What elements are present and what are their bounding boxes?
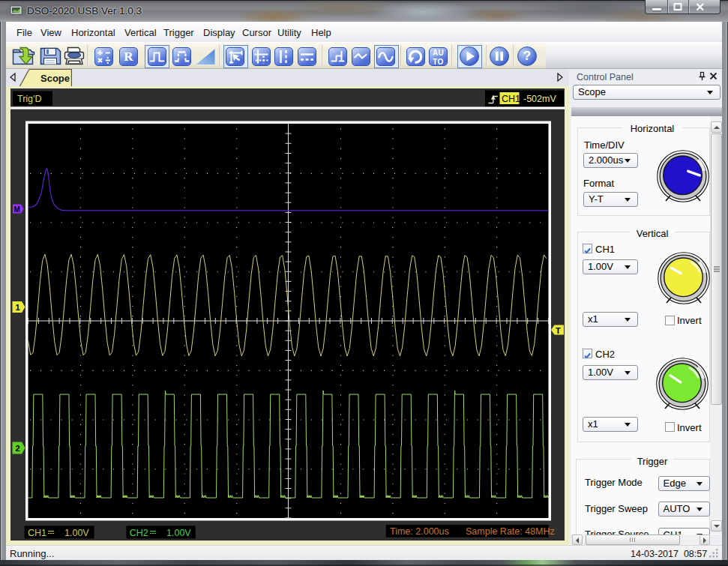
svg-text:CH1: CH1 (28, 528, 46, 538)
svg-text:Trig'D: Trig'D (17, 94, 41, 104)
svg-text:1: 1 (16, 303, 20, 312)
svg-text:1.00V: 1.00V (166, 528, 191, 538)
svg-text:2: 2 (16, 444, 20, 453)
svg-text:Time: 2.000us: Time: 2.000us (390, 526, 449, 537)
svg-text:-502mV: -502mV (523, 94, 556, 104)
svg-text:M: M (14, 205, 20, 214)
svg-text:1.00V: 1.00V (64, 528, 89, 538)
svg-text:T: T (556, 326, 561, 335)
svg-text:Sample Rate: 48MHz: Sample Rate: 48MHz (466, 526, 555, 537)
svg-text:CH1: CH1 (502, 94, 520, 104)
svg-text:CH2: CH2 (130, 528, 148, 538)
